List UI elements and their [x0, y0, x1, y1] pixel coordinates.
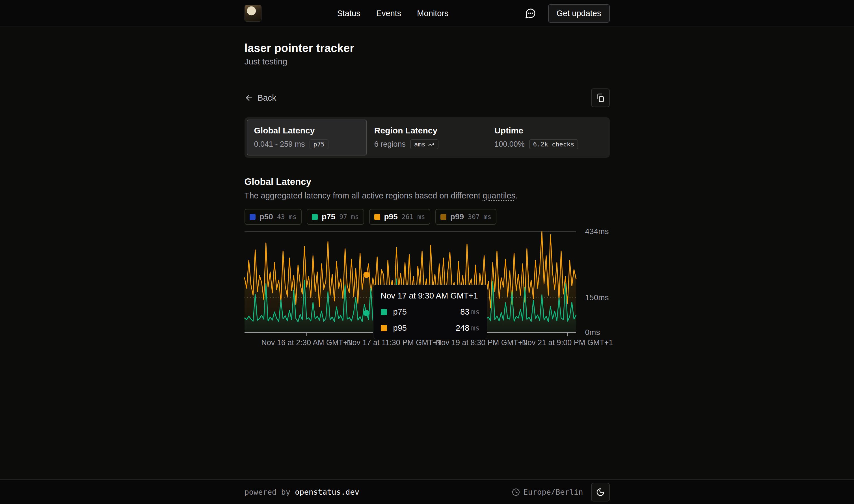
description-text: The aggregated latency from all active r…	[244, 191, 483, 200]
get-updates-button[interactable]: Get updates	[548, 4, 610, 23]
tab-title: Global Latency	[254, 126, 360, 136]
clock-icon	[512, 488, 520, 496]
tooltip-series-unit: ms	[471, 308, 479, 316]
description-period: .	[515, 191, 517, 200]
legend-label: p99	[450, 212, 464, 221]
main-nav: Status Events Monitors	[337, 9, 448, 18]
status-page-logo	[244, 5, 261, 22]
timezone-display: Europe/Berlin	[512, 488, 583, 497]
legend-toggle-p75[interactable]: p75 97 ms	[307, 209, 364, 225]
powered-by-prefix: powered by	[244, 488, 295, 497]
tab-global-latency[interactable]: Global Latency 0.041 - 259 ms p75	[247, 120, 367, 156]
y-tick-label: 0ms	[585, 328, 600, 337]
nav-link-events[interactable]: Events	[376, 9, 401, 18]
tooltip-series-value: 248	[456, 323, 469, 333]
trending-up-icon	[428, 141, 435, 148]
p50-color-swatch	[250, 214, 256, 220]
p75-color-swatch	[312, 214, 318, 220]
arrow-left-icon	[244, 93, 254, 102]
tooltip-series-value: 83	[460, 307, 469, 317]
legend-value: 97 ms	[339, 213, 359, 220]
p99-color-swatch	[440, 214, 447, 220]
legend-toggle-p99[interactable]: p99 307 ms	[435, 209, 496, 225]
moon-icon	[596, 488, 605, 497]
x-tick-label: Nov 16 at 2:30 AM GMT+1	[261, 338, 352, 347]
tab-value: 6 regions	[374, 140, 406, 149]
tab-region-latency[interactable]: Region Latency 6 regions ams	[367, 120, 487, 156]
metric-tabs: Global Latency 0.041 - 259 ms p75 Region…	[244, 117, 610, 158]
legend-value: 261 ms	[402, 213, 425, 220]
chart-tooltip: Nov 17 at 9:30 AM GMT+1 p75 83 ms p95 24…	[373, 285, 487, 339]
latency-line-chart: 434ms150ms0ms Nov 16 at 2:30 AM GMT+1Nov…	[244, 232, 610, 350]
region-badge: ams	[410, 139, 438, 149]
top-nav-bar: Status Events Monitors Get updates	[0, 0, 854, 27]
checks-badge: 6.2k checks	[529, 139, 578, 149]
back-button[interactable]: Back	[244, 93, 276, 103]
legend-label: p75	[322, 212, 335, 221]
footer: powered by openstatus.dev Europe/Berlin	[0, 480, 854, 504]
x-tick-label: Nov 21 at 9:00 PM GMT+1	[522, 338, 613, 347]
copy-icon	[596, 93, 605, 102]
openstatus-link[interactable]: openstatus.dev	[295, 488, 359, 497]
page-title: laser pointer tracker	[244, 42, 610, 55]
message-bubble-icon	[525, 7, 536, 19]
page-subtitle: Just testing	[244, 57, 610, 67]
y-tick-label: 434ms	[585, 227, 609, 236]
powered-by: powered by openstatus.dev	[244, 488, 359, 497]
chart-section-description: The aggregated latency from all active r…	[244, 191, 610, 200]
tooltip-row-p95: p95 248 ms	[381, 323, 480, 333]
back-label: Back	[257, 93, 276, 103]
chart-section-title: Global Latency	[244, 176, 610, 187]
tooltip-timestamp: Nov 17 at 9:30 AM GMT+1	[381, 291, 480, 301]
chart-legend: p50 43 ms p75 97 ms p95 261 ms p99 307 m…	[244, 209, 610, 225]
p95-color-swatch	[381, 325, 387, 331]
tooltip-series-unit: ms	[471, 324, 479, 332]
feedback-chat-button[interactable]	[524, 7, 537, 19]
copy-link-button[interactable]	[591, 89, 610, 107]
quantiles-link[interactable]: quantiles	[483, 191, 515, 200]
y-tick-label: 150ms	[585, 293, 609, 302]
legend-toggle-p50[interactable]: p50 43 ms	[244, 209, 302, 225]
region-badge-label: ams	[414, 141, 425, 148]
theme-toggle-button[interactable]	[591, 483, 610, 502]
legend-value: 43 ms	[277, 213, 296, 220]
timezone-label: Europe/Berlin	[523, 488, 583, 497]
tab-value: 0.041 - 259 ms	[254, 140, 305, 149]
nav-link-monitors[interactable]: Monitors	[417, 9, 448, 18]
tab-title: Uptime	[494, 126, 600, 136]
tooltip-row-p75: p75 83 ms	[381, 307, 480, 317]
legend-toggle-p95[interactable]: p95 261 ms	[369, 209, 430, 225]
tab-uptime[interactable]: Uptime 100.00% 6.2k checks	[487, 120, 607, 156]
x-tick-label: Nov 17 at 11:30 PM GMT+1	[347, 338, 441, 347]
quantile-badge: p75	[310, 139, 329, 149]
x-tick-label: Nov 19 at 8:30 PM GMT+1	[436, 338, 527, 347]
p95-color-swatch	[374, 214, 380, 220]
nav-link-status[interactable]: Status	[337, 9, 360, 18]
tooltip-series-label: p75	[393, 307, 407, 317]
legend-label: p95	[384, 212, 398, 221]
p75-color-swatch	[381, 309, 387, 315]
tab-value: 100.00%	[494, 140, 525, 149]
tab-title: Region Latency	[374, 126, 480, 136]
tooltip-series-label: p95	[393, 323, 407, 333]
legend-label: p50	[259, 212, 273, 221]
legend-value: 307 ms	[468, 213, 491, 220]
